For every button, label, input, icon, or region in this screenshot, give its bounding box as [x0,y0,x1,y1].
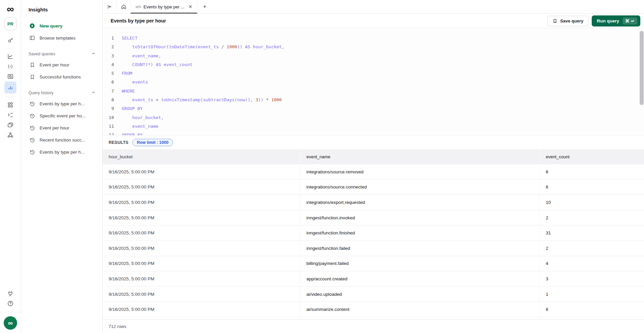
run-query-button[interactable]: Run query ⌘ ↵ [592,15,640,26]
table-row: 9/16/2025, 5:00:00 PMai/video.uploaded1 [103,287,644,302]
line-number: 11 [103,122,114,131]
line-number: 6 [103,78,114,87]
cell-event_name: inngest/function.finished [300,225,540,240]
chevron-up-icon [91,51,96,57]
code-text: WHERE [114,87,135,96]
column-header-hour-bucket[interactable]: hour_bucket [103,149,300,164]
row-count-label: 712 rows [109,324,126,329]
sidebar-title: Insights [21,7,102,12]
cell-event_count: 10 [540,195,644,210]
table-row: 9/16/2025, 5:00:00 PMbilling/payment.fai… [103,256,644,272]
sidebar-item[interactable]: Successful functions [21,71,102,83]
browse-templates-button[interactable]: Browse templates [21,32,102,44]
section-header-query-history[interactable]: Query history [21,88,102,98]
event-logs-icon[interactable] [4,61,16,71]
cell-event_count: 4 [540,256,644,271]
line-number: 2 [103,43,114,51]
save-query-label: Save query [560,18,583,23]
query-title-bar: Events by type per hour Save query Run q… [103,14,644,28]
sidebar-item[interactable]: Events by type per h... [21,98,102,110]
tab-events-by-type[interactable]: </> Events by type per ... ✕ [131,0,197,13]
cell-hour_bucket: 9/16/2025, 5:00:00 PM [103,195,300,210]
code-line: 7WHERE [103,87,644,96]
line-number: 1 [103,34,114,43]
bookmark-icon [29,62,35,68]
help-icon[interactable] [4,298,16,309]
code-line: 4 COUNT(*) AS event_count [103,60,644,69]
code-line: 10 hour_bucket, [103,113,644,122]
table-row: 9/16/2025, 5:00:00 PMinngest/function.in… [103,210,644,226]
icon-rail: ∞ PR [0,0,21,333]
cell-event_count: 2 [540,210,644,225]
results-footer: 712 rows [103,319,644,333]
home-tab-button[interactable] [117,0,131,13]
code-line: 2 toStartOfHour(toDateTime(event_ts / 10… [103,43,644,51]
sidebar-item[interactable]: Recent function succ... [21,134,102,146]
page-title: Events by type per hour [111,18,166,23]
cell-event_name: app/account.created [300,271,540,286]
sql-editor[interactable]: 1SELECT2 toStartOfHour(toDateTime(event_… [103,28,644,135]
code-tab-icon: </> [135,5,141,9]
save-query-button[interactable]: Save query [547,16,588,26]
sidebar-item[interactable]: Events by type per h... [21,146,102,158]
new-query-button[interactable]: New query [21,20,102,32]
workspace-avatar[interactable]: PR [4,17,17,30]
cell-event_count: 1 [540,287,644,302]
cell-hour_bucket: 9/16/2025, 5:00:00 PM [103,241,300,256]
row-limit-badge[interactable]: Row limit : 1000 [132,139,173,146]
history-icon [29,137,35,143]
key-icon[interactable] [4,35,16,45]
run-query-label: Run query [597,18,619,23]
cell-event_name: integrations/export.requested [300,195,540,210]
cell-event_count: 3 [540,271,644,286]
metrics-icon[interactable] [4,51,16,61]
insights-icon[interactable] [4,81,16,94]
sidebar-item-label: Successful functions [40,74,81,79]
close-tab-icon[interactable]: ✕ [188,4,192,9]
workflows-icon[interactable] [4,130,16,140]
integrations-plug-icon[interactable] [4,288,16,298]
sidebar-sections: Saved queriesEvent per hourSuccessful fu… [21,49,102,158]
tab-label: Events by type per ... [143,4,184,9]
history-icon [29,149,35,155]
cell-hour_bucket: 9/16/2025, 5:00:00 PM [103,256,300,271]
templates-icon [29,35,35,41]
code-text: FROM [114,69,132,78]
sidebar-item[interactable]: Event per hour [21,59,102,71]
sidebar-item[interactable]: Specific event per ho... [21,110,102,122]
rail-footer: ∞ [0,312,21,333]
cell-event_name: integrations/source.removed [300,164,540,179]
cell-hour_bucket: 9/16/2025, 5:00:00 PM [103,287,300,302]
code-text: toStartOfHour(toDateTime(event_ts / 1000… [114,43,284,51]
trace-search-icon[interactable] [4,71,16,81]
cell-hour_bucket: 9/16/2025, 5:00:00 PM [103,180,300,195]
runs-icon[interactable] [4,110,16,120]
apps-icon[interactable] [4,100,16,110]
new-tab-button[interactable]: + [197,0,212,13]
column-header-event-name[interactable]: event_name [300,149,540,164]
code-text: event_name [114,122,159,131]
column-header-event-count[interactable]: event_count [540,149,644,164]
history-icon [29,125,35,131]
sidebar-item-label: Recent function succ... [40,137,85,143]
line-number: 5 [103,69,114,78]
section-header-saved-queries[interactable]: Saved queries [21,49,102,59]
app-root: ∞ PR [0,0,644,333]
sidebar-item[interactable]: Event per hour [21,122,102,134]
table-row: 9/16/2025, 5:00:00 PMai/summarize.conten… [103,302,644,317]
collapse-sidebar-button[interactable] [103,0,117,13]
line-number: 4 [103,60,114,69]
run-query-shortcut: ⌘ ↵ [623,17,637,24]
editor-scrollbar[interactable] [640,31,644,105]
code-line: 6 events [103,78,644,87]
account-avatar[interactable]: ∞ [4,316,17,330]
cell-event_name: inngest/function.failed [300,241,540,256]
chevron-up-icon [91,90,96,96]
cell-hour_bucket: 9/16/2025, 5:00:00 PM [103,302,300,317]
cell-hour_bucket: 9/16/2025, 5:00:00 PM [103,210,300,225]
functions-icon[interactable] [4,120,16,130]
cell-event_name: inngest/function.invoked [300,210,540,225]
section-label: Saved queries [28,52,55,56]
code-text: events [114,78,148,87]
cell-event_count: 6 [540,302,644,317]
